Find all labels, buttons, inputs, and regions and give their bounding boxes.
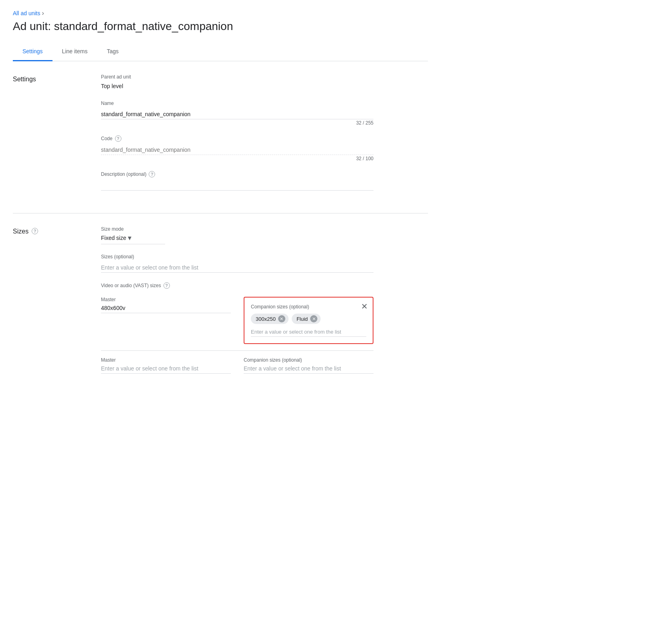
page-title: Ad unit: standard_format_native_companio…	[13, 20, 428, 33]
vast-master-input-2[interactable]: Enter a value or select one from the lis…	[101, 365, 231, 374]
vast-companion-input-2[interactable]: Enter a value or select one from the lis…	[244, 365, 373, 374]
size-mode-group: Size mode Fixed size ▾	[101, 226, 373, 244]
settings-section-content: Parent ad unit Top level Name 32 / 255 C…	[101, 74, 373, 200]
code-help-icon[interactable]: ?	[115, 135, 121, 142]
vast-master-label-1: Master	[101, 297, 231, 302]
tab-settings[interactable]: Settings	[13, 42, 52, 61]
sizes-section-content: Size mode Fixed size ▾ Sizes (optional) …	[101, 226, 373, 380]
name-input[interactable]	[101, 108, 373, 119]
code-label: Code ?	[101, 135, 373, 142]
companion-tags-1: 300x250 ✕ Fluid ✕	[251, 314, 366, 324]
sizes-section: Sizes ? Size mode Fixed size ▾ Sizes (op…	[13, 213, 428, 393]
description-label: Description (optional) ?	[101, 171, 373, 177]
description-help-icon[interactable]: ?	[149, 171, 155, 177]
code-counter: 32 / 100	[101, 156, 373, 161]
vast-row-2: Master Enter a value or select one from …	[101, 351, 373, 380]
settings-section: Settings Parent ad unit Top level Name 3…	[13, 61, 428, 213]
name-counter: 32 / 255	[101, 120, 373, 126]
vast-companion-cell-2: Companion sizes (optional) Enter a value…	[244, 357, 373, 374]
breadcrumb-label: All ad units	[13, 10, 40, 16]
name-label: Name	[101, 101, 373, 106]
sizes-help-icon[interactable]: ?	[32, 228, 38, 234]
vast-companion-label-2: Companion sizes (optional)	[244, 357, 373, 363]
companion-tag-fluid: Fluid ✕	[292, 314, 321, 324]
vast-label: Video or audio (VAST) sizes ?	[101, 282, 373, 289]
parent-ad-unit-label: Parent ad unit	[101, 74, 373, 80]
tab-line-items[interactable]: Line items	[52, 42, 97, 61]
vast-row-1: Master 480x600v Companion sizes (optiona…	[101, 290, 373, 351]
companion-tag-300x250-remove[interactable]: ✕	[278, 315, 285, 322]
parent-ad-unit-value: Top level	[101, 81, 373, 91]
vast-master-value-1: 480x600v	[101, 305, 231, 311]
sizes-optional-group: Sizes (optional) Enter a value or select…	[101, 254, 373, 273]
size-mode-selector[interactable]: Fixed size ▾	[101, 233, 165, 244]
sizes-optional-input[interactable]: Enter a value or select one from the lis…	[101, 261, 373, 273]
sizes-optional-label: Sizes (optional)	[101, 254, 373, 260]
vast-master-label-2: Master	[101, 357, 231, 363]
companion-tag-300x250: 300x250 ✕	[251, 314, 289, 324]
breadcrumb-chevron-icon: ›	[42, 10, 44, 17]
companion-tag-fluid-remove[interactable]: ✕	[310, 315, 317, 322]
size-mode-dropdown-icon: ▾	[128, 233, 131, 242]
vast-help-icon[interactable]: ?	[163, 282, 170, 289]
size-mode-label: Size mode	[101, 226, 373, 232]
settings-section-label: Settings	[13, 74, 101, 200]
tab-tags[interactable]: Tags	[97, 42, 128, 61]
code-field-group: Code ? 32 / 100	[101, 135, 373, 161]
code-input[interactable]	[101, 143, 373, 155]
size-mode-value: Fixed size	[101, 235, 126, 241]
name-field-group: Name 32 / 255	[101, 101, 373, 126]
sizes-section-label: Sizes ?	[13, 226, 101, 380]
vast-master-cell-1: Master 480x600v	[101, 297, 231, 313]
companion-box-1: Companion sizes (optional) 300x250 ✕ Flu…	[244, 297, 373, 344]
companion-input-1[interactable]: Enter a value or select one from the lis…	[251, 329, 366, 337]
companion-close-icon[interactable]: ✕	[361, 302, 368, 310]
description-input[interactable]	[101, 179, 373, 191]
parent-ad-unit-group: Parent ad unit Top level	[101, 74, 373, 91]
description-field-group: Description (optional) ?	[101, 171, 373, 191]
tabs-bar: Settings Line items Tags	[13, 42, 428, 61]
breadcrumb[interactable]: All ad units ›	[13, 10, 428, 17]
companion-box-label-1: Companion sizes (optional)	[251, 304, 366, 310]
vast-master-cell-2: Master Enter a value or select one from …	[101, 357, 231, 374]
vast-section: Video or audio (VAST) sizes ? Master 480…	[101, 282, 373, 380]
